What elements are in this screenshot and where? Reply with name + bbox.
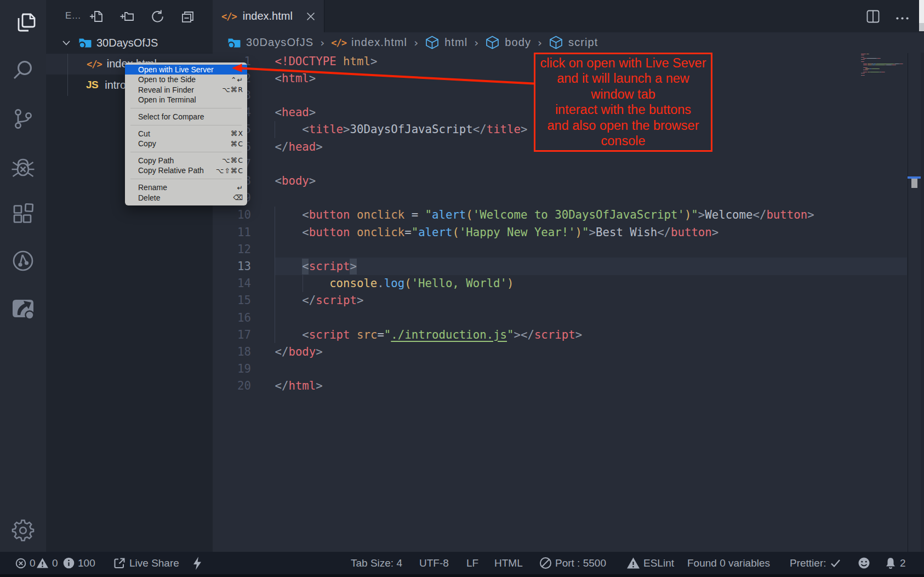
menu-item-open-with-live-server[interactable]: Open with Live Server bbox=[125, 65, 247, 75]
status-100[interactable]: 100 bbox=[63, 552, 95, 574]
minimap-line bbox=[875, 65, 885, 65]
status-smiley[interactable] bbox=[858, 552, 870, 574]
code-token: " bbox=[425, 208, 432, 221]
breadcrumb-item[interactable]: index.html bbox=[351, 36, 407, 49]
status-label: LF bbox=[466, 557, 478, 569]
code-token: log bbox=[384, 277, 404, 290]
chevron-right-icon: › bbox=[414, 36, 418, 49]
status-utf-8[interactable]: UTF-8 bbox=[419, 552, 449, 574]
minimap-line bbox=[876, 64, 893, 64]
tree-item-folder[interactable]: 30DaysOfJS bbox=[46, 32, 213, 54]
minimap-line bbox=[864, 72, 867, 72]
close-icon[interactable] bbox=[305, 10, 317, 22]
minimap-line bbox=[861, 54, 866, 54]
code-token: > bbox=[589, 226, 596, 239]
status-prettier-[interactable]: Prettier: bbox=[790, 552, 841, 574]
activity-debug[interactable] bbox=[0, 148, 46, 186]
status-html[interactable]: HTML bbox=[494, 552, 523, 574]
menu-separator bbox=[130, 179, 242, 179]
minimap-line bbox=[864, 73, 865, 73]
refresh-icon[interactable] bbox=[150, 9, 165, 24]
activity-source-control[interactable] bbox=[0, 100, 46, 138]
activity-circle-branch[interactable] bbox=[0, 242, 46, 279]
status-0[interactable]: 0 bbox=[15, 552, 36, 574]
menu-item-shortcut: ⌥⌘R bbox=[222, 85, 243, 94]
status-found-0-variables[interactable]: Found 0 variables bbox=[687, 552, 770, 574]
menu-item-label: Open in Terminal bbox=[138, 95, 196, 104]
page-scrollbar[interactable] bbox=[919, 0, 924, 23]
line-number: 17 bbox=[224, 327, 251, 344]
line-number: 13 bbox=[224, 258, 251, 275]
new-folder-icon[interactable] bbox=[120, 9, 135, 24]
status-live-share[interactable]: Live Share bbox=[113, 552, 179, 574]
breadcrumb-item[interactable]: html bbox=[444, 36, 467, 49]
code-token bbox=[275, 294, 303, 307]
status-label: 0 bbox=[30, 557, 36, 569]
code-token: 30DaysOfJavaScript bbox=[350, 123, 473, 136]
code-token: body bbox=[288, 345, 316, 358]
collapse-all-icon[interactable] bbox=[180, 9, 195, 24]
annotation-text: window tab bbox=[535, 87, 711, 102]
breadcrumb-item[interactable]: body bbox=[505, 36, 531, 49]
minimap-line bbox=[864, 67, 867, 68]
menu-item-cut[interactable]: Cut⌘X bbox=[125, 128, 247, 139]
tab-bar: </> index.html bbox=[213, 0, 924, 32]
minimap[interactable] bbox=[861, 53, 924, 552]
code-token: onclick bbox=[357, 226, 404, 239]
breadcrumb-item[interactable]: script bbox=[568, 36, 598, 49]
status-0[interactable]: 0 bbox=[36, 552, 58, 574]
menu-item-reveal-in-finder[interactable]: Reveal in Finder⌥⌘R bbox=[125, 85, 247, 95]
minimap-line bbox=[864, 59, 865, 60]
activity-extensions[interactable] bbox=[0, 196, 46, 233]
scrollbar-thumb[interactable] bbox=[911, 179, 918, 188]
share-pen-icon bbox=[10, 295, 36, 321]
indent-guide bbox=[275, 121, 275, 138]
code-token: < bbox=[302, 260, 309, 273]
code-token: > bbox=[309, 72, 316, 85]
chevron-right-icon: › bbox=[538, 36, 542, 49]
status-2[interactable]: 2 bbox=[885, 552, 906, 574]
menu-item-open-in-terminal[interactable]: Open in Terminal bbox=[125, 95, 247, 105]
indent-guide bbox=[303, 275, 303, 292]
code-token: > bbox=[316, 140, 322, 153]
activity-search[interactable] bbox=[0, 51, 46, 88]
menu-item-select-for-compare[interactable]: Select for Compare bbox=[125, 112, 247, 122]
circle-slash-icon bbox=[539, 557, 552, 569]
activity-settings-gear[interactable] bbox=[0, 512, 46, 549]
activity-share-pen[interactable] bbox=[0, 289, 46, 327]
code-token: </ bbox=[275, 140, 289, 153]
menu-item-open-to-the-side[interactable]: Open to the Side⌃↵ bbox=[125, 75, 247, 85]
more-actions-icon[interactable] bbox=[896, 13, 909, 23]
code-line-1: <!DOCTYPE html> bbox=[275, 53, 378, 70]
status-lf[interactable]: LF bbox=[466, 552, 478, 574]
minimap-line bbox=[864, 65, 867, 65]
menu-item-copy-path[interactable]: Copy Path⌥⌘C bbox=[125, 156, 247, 166]
new-file-icon[interactable] bbox=[89, 9, 104, 24]
code-token: > bbox=[309, 174, 316, 187]
code-token bbox=[275, 260, 303, 273]
activity-files[interactable] bbox=[0, 3, 46, 41]
warning-filled-icon bbox=[626, 557, 640, 569]
code-token: </ bbox=[752, 208, 766, 221]
page-scrollbar-thumb[interactable] bbox=[919, 23, 924, 31]
menu-item-delete[interactable]: Delete⌫ bbox=[125, 192, 247, 203]
status-port-5500[interactable]: Port : 5500 bbox=[539, 552, 606, 574]
code-line-17: <script src="./introduction.js"></script… bbox=[275, 327, 583, 344]
status-tab-size-4[interactable]: Tab Size: 4 bbox=[351, 552, 402, 574]
explorer-title: E… bbox=[65, 10, 81, 21]
tab-index-html[interactable]: </> index.html bbox=[213, 0, 324, 32]
symbol-icon bbox=[425, 35, 440, 50]
split-editor-icon[interactable] bbox=[866, 10, 880, 25]
code-token: ) bbox=[685, 208, 691, 221]
status-eslint[interactable]: ESLint bbox=[626, 552, 674, 574]
code-token: html bbox=[282, 72, 309, 85]
status-lightning-bolt[interactable] bbox=[191, 552, 203, 574]
menu-item-copy-relative-path[interactable]: Copy Relative Path⌥⇧⌘C bbox=[125, 165, 247, 176]
activity-bar bbox=[0, 0, 46, 552]
menu-item-shortcut: ⌥⌘C bbox=[222, 156, 243, 164]
menu-item-label: Reveal in Finder bbox=[138, 85, 194, 94]
menu-item-copy[interactable]: Copy⌘C bbox=[125, 139, 247, 149]
menu-item-rename[interactable]: Rename↵ bbox=[125, 182, 247, 193]
breadcrumb-item[interactable]: 30DaysOfJS bbox=[246, 36, 313, 49]
code-token: alert bbox=[418, 226, 452, 239]
